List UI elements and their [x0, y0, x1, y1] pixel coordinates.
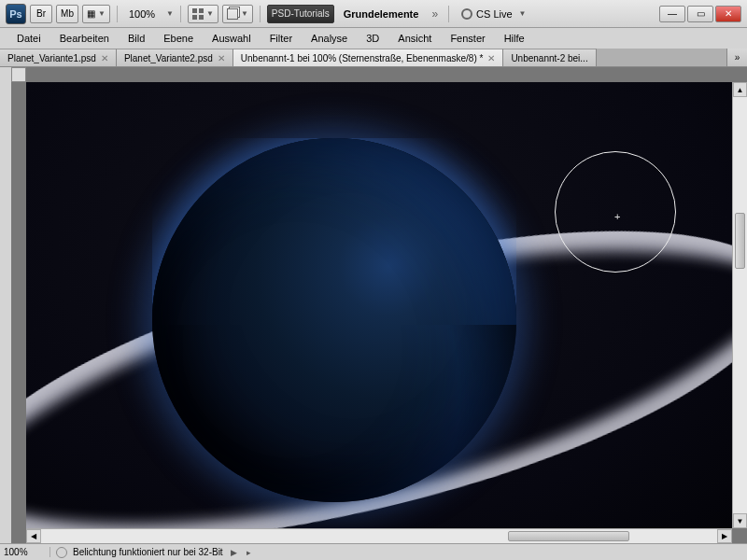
menu-bild[interactable]: Bild [119, 30, 154, 47]
workspace-overflow[interactable]: » [428, 7, 442, 21]
workspace-psdtutorials[interactable]: PSD-Tutorials [267, 5, 334, 23]
chevron-down-icon[interactable]: ▼ [166, 9, 174, 18]
window-controls: — ▭ ✕ [659, 6, 741, 22]
close-icon[interactable]: ✕ [101, 53, 108, 63]
tab-planet-variante2[interactable]: Planet_Variante2.psd✕ [117, 49, 233, 66]
horizontal-scrollbar[interactable]: ◀ ▶ [26, 528, 732, 543]
chevron-down-icon: ▼ [519, 9, 527, 18]
tab-planet-variante1[interactable]: Planet_Variante1.psd✕ [0, 49, 117, 66]
scroll-left-arrow[interactable]: ◀ [26, 529, 41, 543]
tab-unbenannt-2[interactable]: Unbenannt-2 bei... [503, 49, 596, 66]
chevron-down-icon: ▼ [241, 9, 248, 18]
document-canvas[interactable]: + [26, 82, 732, 528]
arrange-docs-button[interactable]: ▼ [188, 5, 218, 23]
status-nav-menu[interactable]: ▸ [245, 548, 253, 557]
planet-front-mask [152, 138, 516, 325]
ruler-origin[interactable] [11, 67, 26, 82]
screen-mode-button[interactable]: ▼ [222, 5, 253, 23]
bridge-button[interactable]: Br [30, 5, 52, 23]
maximize-button[interactable]: ▭ [687, 6, 713, 22]
menu-bar: Datei Bearbeiten Bild Ebene Auswahl Filt… [0, 28, 747, 49]
scroll-down-arrow[interactable]: ▼ [733, 513, 747, 528]
menu-analyse[interactable]: Analyse [302, 30, 357, 47]
menu-filter[interactable]: Filter [261, 30, 302, 47]
status-message: Belichtung funktioniert nur bei 32-Bit [73, 547, 223, 557]
status-info-icon[interactable] [56, 547, 67, 558]
menu-datei[interactable]: Datei [7, 30, 50, 47]
documents-icon [227, 8, 238, 20]
cslive-icon [461, 8, 472, 20]
scroll-right-arrow[interactable]: ▶ [717, 529, 732, 543]
status-bar: 100% Belichtung funktioniert nur bei 32-… [0, 543, 747, 560]
document-tabs: Planet_Variante1.psd✕ Planet_Variante2.p… [0, 49, 747, 67]
app-toolbar: Ps Br Mb ▦▼ 100%▼ ▼ ▼ PSD-Tutorials Grun… [0, 0, 747, 28]
separator [117, 6, 118, 22]
menu-auswahl[interactable]: Auswahl [203, 30, 261, 47]
scroll-track[interactable] [41, 529, 717, 543]
menu-bearbeiten[interactable]: Bearbeiten [50, 30, 119, 47]
scroll-thumb[interactable] [508, 531, 629, 541]
scroll-up-arrow[interactable]: ▲ [733, 82, 747, 97]
menu-hilfe[interactable]: Hilfe [495, 30, 534, 47]
vertical-scrollbar[interactable]: ▲ ▼ [732, 82, 747, 528]
chevron-down-icon: ▼ [206, 9, 214, 18]
close-icon[interactable]: ✕ [218, 53, 225, 63]
workspace-grundelemente[interactable]: Grundelemente [338, 8, 425, 20]
status-zoom[interactable]: 100% [4, 547, 50, 557]
zoom-level[interactable]: 100% [124, 8, 160, 20]
scroll-thumb[interactable] [735, 213, 745, 269]
separator [260, 6, 261, 22]
cs-live-label: CS Live [476, 8, 513, 20]
grid-icon [192, 8, 204, 20]
separator [180, 6, 181, 22]
minimize-button[interactable]: — [659, 6, 685, 22]
canvas-area: + [11, 67, 747, 543]
close-icon[interactable]: ✕ [487, 53, 495, 63]
menu-ansicht[interactable]: Ansicht [388, 30, 441, 47]
tab-overflow-button[interactable]: » [726, 49, 747, 66]
menu-ebene[interactable]: Ebene [154, 30, 203, 47]
menu-fenster[interactable]: Fenster [441, 30, 494, 47]
filmstrip-icon: ▦ [87, 8, 95, 19]
canvas-container: + [11, 67, 747, 543]
cs-live-button[interactable]: CS Live▼ [456, 8, 531, 20]
separator [448, 6, 449, 22]
brush-cursor-crosshair: + [614, 211, 620, 222]
menu-3d[interactable]: 3D [357, 30, 388, 47]
tab-label: Planet_Variante2.psd [124, 53, 213, 63]
status-nav-right[interactable]: ▶ [229, 548, 239, 557]
minibridge-button[interactable]: Mb [56, 5, 78, 23]
tab-label: Unbenannt-1 bei 100% (Sternenstraße, Ebe… [241, 53, 484, 63]
chevron-down-icon: ▼ [98, 9, 106, 18]
tab-label: Planet_Variante1.psd [7, 53, 96, 63]
tab-label: Unbenannt-2 bei... [511, 53, 587, 63]
view-extras-button[interactable]: ▦▼ [82, 5, 110, 23]
tab-unbenannt-1[interactable]: Unbenannt-1 bei 100% (Sternenstraße, Ebe… [233, 49, 504, 66]
close-button[interactable]: ✕ [715, 6, 741, 22]
photoshop-logo: Ps [6, 4, 26, 24]
